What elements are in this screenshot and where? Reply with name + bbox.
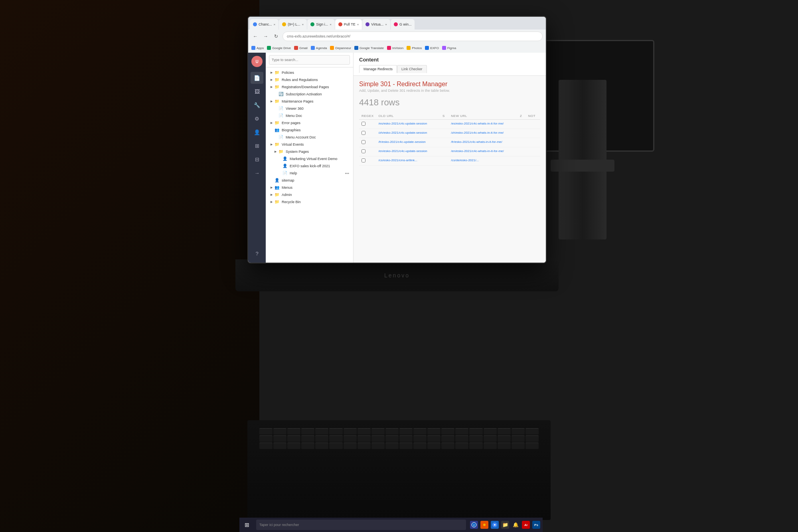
tree-item-help[interactable]: 📄 Help ••• xyxy=(266,170,353,177)
old-url-link-1[interactable]: /es/esko-2021/c4c-update-session xyxy=(379,122,427,125)
start-button[interactable]: ⊞ xyxy=(241,519,253,531)
old-url-link-4[interactable]: /en/esko-2021/c4c-update-session xyxy=(379,149,427,153)
rows-count: 4418 rows xyxy=(359,97,540,108)
refresh-button[interactable]: ↻ xyxy=(272,32,280,40)
old-url-link-5[interactable]: /cs/esko-2021/cms-artlink... xyxy=(379,158,417,162)
address-bar[interactable]: cms-exfo.azurewebsites.net/umbraco/#/ xyxy=(282,32,543,41)
new-url-link-2[interactable]: /zh/esko-2021/c4c-whats-in-it-for-me/ xyxy=(451,131,504,134)
tab-close-1[interactable]: × xyxy=(274,23,276,26)
tab-link-checker[interactable]: Link Checker xyxy=(397,65,427,73)
tree-item-viewer360[interactable]: 📄 Viewer 360 xyxy=(266,105,353,112)
old-url-link-2[interactable]: /zh/esko-2021/c4c-update-session xyxy=(379,131,427,134)
tab-5[interactable]: Virtua... × xyxy=(362,19,390,30)
bookmark-drive[interactable]: Google Drive xyxy=(267,46,291,50)
taskbar-folder-icon[interactable]: 📁 xyxy=(501,521,509,529)
checkbox-input-5[interactable] xyxy=(361,158,365,162)
tree-item-maintenance[interactable]: ▶ 📁 Maintenance Pages xyxy=(266,98,353,105)
bookmark-invision[interactable]: InVision xyxy=(387,46,403,50)
cms-nav-content[interactable]: 📄 xyxy=(251,72,263,84)
cms-nav-users[interactable]: 👤 xyxy=(251,126,263,138)
cms-logo[interactable]: U xyxy=(251,56,263,67)
bookmark-exfo[interactable]: EXFO xyxy=(425,46,439,50)
checkbox-2[interactable] xyxy=(359,129,376,138)
checkbox-input-1[interactable] xyxy=(361,122,365,126)
taskbar-chrome-icon[interactable] xyxy=(491,521,499,529)
back-button[interactable]: ← xyxy=(251,32,259,40)
doc-icon-v360: 📄 xyxy=(279,106,284,111)
taskbar-ps-icon[interactable]: Ps xyxy=(532,521,540,529)
bookmark-depanneur[interactable]: Depanneur xyxy=(330,46,351,50)
bookmark-translate-label: Google Translate xyxy=(359,46,384,50)
bookmark-agenda[interactable]: Agenda xyxy=(311,46,327,50)
tab-3[interactable]: Sign i... × xyxy=(307,19,335,30)
tab-4-active[interactable]: Pull TE × xyxy=(335,19,362,30)
tree-item-subscription[interactable]: 🔄 Subscription Activation xyxy=(266,91,353,98)
tree-item-sitemap[interactable]: 👤 sitemap xyxy=(266,177,353,184)
tree-item-error[interactable]: ▶ 📁 Error pages xyxy=(266,119,353,127)
tree-item-policies[interactable]: ▶ 📁 Policies xyxy=(266,69,353,76)
cms-nav-media[interactable]: 🖼 xyxy=(251,85,263,97)
checkbox-4[interactable] xyxy=(359,147,376,156)
key xyxy=(344,435,357,442)
tree-item-systempages[interactable]: ▶ 📁 System Pages xyxy=(266,148,353,155)
new-url-link-5[interactable]: /cs/de/esko-2021/... xyxy=(451,158,479,162)
checkbox-input-2[interactable] xyxy=(361,131,365,135)
tab-manage-redirects[interactable]: Manage Redirects xyxy=(359,65,397,73)
tab-close-3[interactable]: × xyxy=(330,23,332,26)
tab-2[interactable]: (9+) L... × xyxy=(279,19,307,30)
redirect-row-3: /fr/esko-2021/c4c-update-session /fr/esk… xyxy=(359,138,540,147)
tab-link-checker-label: Link Checker xyxy=(401,67,423,71)
cms-nav-config[interactable]: ⚙ xyxy=(251,113,263,125)
redirect-row-4: /en/esko-2021/c4c-update-session /en/esk… xyxy=(359,147,540,156)
taskbar-ie-icon[interactable]: e xyxy=(470,521,478,529)
tree-item-menus[interactable]: ▶ 👥 Menus xyxy=(266,184,353,191)
bookmark-gmail[interactable]: Gmail xyxy=(294,46,308,50)
cms-nav-reports[interactable]: ⊟ xyxy=(251,153,263,165)
new-url-link-1[interactable]: /es/esko-2021/c4c-whats-in-it-for-me/ xyxy=(451,122,504,125)
bookmark-photos[interactable]: Photos xyxy=(407,46,422,50)
new-url-link-3[interactable]: /fr/esko-2021/c4c-whats-in-it-for-me/ xyxy=(451,140,502,144)
tree-item-menuaccount[interactable]: 📄 Menu Account Doc xyxy=(266,134,353,141)
tree-item-biographies[interactable]: 👥 Biographies xyxy=(266,127,353,134)
browser-tabs[interactable]: Chanc... × (9+) L... × Sign i... × Pull … xyxy=(248,17,546,30)
search-input[interactable] xyxy=(269,55,350,65)
bookmark-figma[interactable]: Figma xyxy=(442,46,456,50)
bookmark-apps[interactable]: Apps xyxy=(251,46,264,50)
new-url-link-4[interactable]: /en/esko-2021/c4c-whats-in-it-for-me/ xyxy=(451,149,504,153)
tree-item-virtualevents[interactable]: ▶ 📁 Virtual Events xyxy=(266,141,353,148)
key xyxy=(301,435,314,442)
tab-close-2[interactable]: × xyxy=(302,23,304,26)
browser-content: U 📄 🖼 🔧 ⚙ 👤 ⊞ ⊟ → ? ▶ 📁 Policies xyxy=(248,53,546,263)
tab-close-4[interactable]: × xyxy=(357,23,359,26)
tree-item-exfosales[interactable]: 👤 EXFO sales kick-off 2021 xyxy=(266,162,353,170)
cms-nav-help[interactable]: ? xyxy=(251,247,263,259)
checkbox-1[interactable] xyxy=(359,120,376,129)
tab-close-5[interactable]: × xyxy=(385,23,387,26)
taskbar-search[interactable]: Taper ici pour rechercher xyxy=(256,520,466,530)
old-url-link-3[interactable]: /fr/esko-2021/c4c-update-session xyxy=(379,140,426,144)
cms-nav-redirect[interactable]: → xyxy=(251,167,263,179)
taskbar-ai-icon[interactable]: Ai xyxy=(522,521,530,529)
tree-item-menudoc[interactable]: 📄 Menu Doc xyxy=(266,112,353,119)
key xyxy=(441,435,454,442)
checkbox-3[interactable] xyxy=(359,138,376,147)
checkbox-5[interactable] xyxy=(359,156,376,166)
more-button-help[interactable]: ••• xyxy=(344,171,350,176)
taskbar-bell-icon[interactable]: 🔔 xyxy=(512,521,519,529)
tree-item-marketing[interactable]: 👤 Marketing Virtual Event Demo xyxy=(266,155,353,162)
tab-manage-redirects-label: Manage Redirects xyxy=(363,67,393,71)
taskbar-firefox-icon[interactable] xyxy=(480,521,488,529)
tab-6[interactable]: G win... xyxy=(391,19,415,30)
tab-1[interactable]: Chanc... × xyxy=(250,19,279,30)
tree-item-rules[interactable]: ▶ 📁 Rules and Regulations xyxy=(266,76,353,83)
checkbox-input-3[interactable] xyxy=(361,140,365,144)
tree-item-recyclebin[interactable]: ▶ 📁 Recycle Bin xyxy=(266,198,353,206)
checkbox-input-4[interactable] xyxy=(361,149,365,153)
cms-nav-settings[interactable]: 🔧 xyxy=(251,99,263,111)
tree-item-registration[interactable]: ▶ 📁 Registration/Download Pages xyxy=(266,83,353,91)
folder-icon-rules: 📁 xyxy=(275,77,280,82)
cms-nav-packages[interactable]: ⊞ xyxy=(251,140,263,152)
tree-item-admin[interactable]: ▶ 📁 Admin xyxy=(266,191,353,198)
forward-button[interactable]: → xyxy=(262,32,270,40)
bookmark-translate[interactable]: Google Translate xyxy=(354,46,384,50)
